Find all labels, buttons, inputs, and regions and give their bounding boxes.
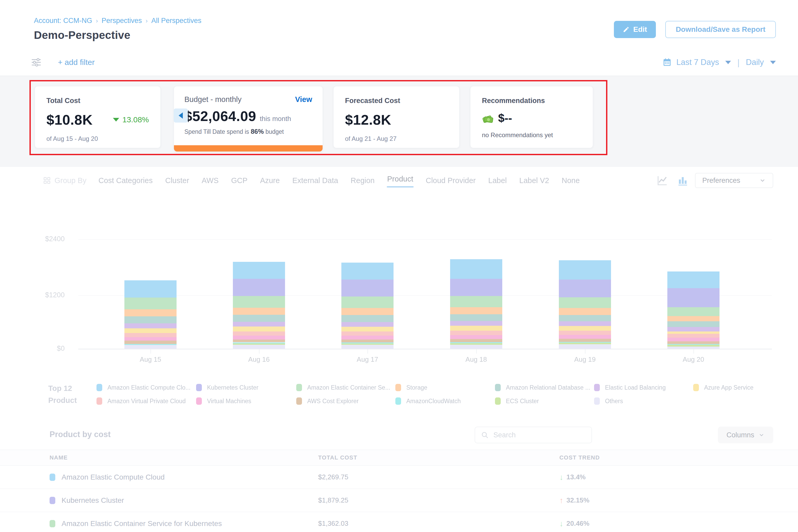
bar-segment[interactable] bbox=[125, 341, 176, 344]
bar-segment[interactable] bbox=[233, 296, 285, 307]
bar-segment[interactable] bbox=[125, 298, 176, 309]
bar-segment[interactable] bbox=[233, 340, 285, 342]
bar-segment[interactable] bbox=[341, 308, 394, 315]
bar-segment[interactable] bbox=[341, 297, 394, 308]
legend-item[interactable]: Amazon Virtual Private Cloud bbox=[96, 397, 186, 405]
bar-segment[interactable] bbox=[559, 339, 611, 342]
bar-segment[interactable] bbox=[667, 338, 720, 341]
legend-item[interactable]: Amazon Elastic Compute Clo... bbox=[96, 384, 190, 391]
column-header-total-cost[interactable]: TOTAL COST bbox=[318, 454, 559, 461]
search-input[interactable] bbox=[493, 431, 586, 439]
bar-segment[interactable] bbox=[125, 323, 176, 328]
bar-segment[interactable] bbox=[667, 307, 720, 316]
filter-sliders-icon[interactable] bbox=[31, 57, 42, 67]
bar-segment[interactable] bbox=[233, 326, 285, 331]
bar-segment[interactable] bbox=[559, 343, 611, 344]
legend-item[interactable]: ECS Cluster bbox=[495, 397, 539, 405]
legend-item[interactable]: Virtual Machines bbox=[196, 397, 251, 405]
bar-segment[interactable] bbox=[559, 344, 611, 349]
bar-segment[interactable] bbox=[341, 343, 394, 345]
bar-segment[interactable] bbox=[125, 345, 176, 349]
bar-segment[interactable] bbox=[667, 331, 720, 334]
bar-segment[interactable] bbox=[341, 263, 394, 280]
bar-segment[interactable] bbox=[450, 259, 502, 279]
bar-segment[interactable] bbox=[559, 321, 611, 326]
bar-segment[interactable] bbox=[667, 347, 720, 349]
bar-segment[interactable] bbox=[667, 341, 720, 344]
bar-segment[interactable] bbox=[125, 344, 176, 345]
legend-item[interactable]: Storage bbox=[395, 384, 428, 391]
bar-segment[interactable] bbox=[559, 335, 611, 339]
tab-none[interactable]: None bbox=[561, 174, 580, 188]
bar-segment[interactable] bbox=[233, 308, 285, 315]
bar-segment[interactable] bbox=[667, 288, 720, 307]
tab-product[interactable]: Product bbox=[387, 172, 414, 186]
bar-segment[interactable] bbox=[341, 340, 394, 342]
tab-label[interactable]: Label bbox=[488, 174, 507, 188]
bar-segment[interactable] bbox=[559, 326, 611, 331]
tab-aws[interactable]: AWS bbox=[201, 174, 219, 188]
bar-segment[interactable] bbox=[450, 343, 502, 345]
bar-segment[interactable] bbox=[341, 315, 394, 322]
legend-item[interactable]: Elastic Load Balancing bbox=[594, 384, 666, 391]
tab-cluster[interactable]: Cluster bbox=[165, 174, 190, 188]
granularity-dropdown[interactable]: Daily bbox=[746, 58, 764, 67]
bar-segment[interactable] bbox=[341, 342, 394, 343]
bar-segment[interactable] bbox=[341, 336, 394, 340]
tab-gcp[interactable]: GCP bbox=[230, 174, 248, 188]
bar-segment[interactable] bbox=[559, 260, 611, 280]
bar-segment[interactable] bbox=[233, 342, 285, 343]
bar-segment[interactable] bbox=[667, 345, 720, 347]
bar-segment[interactable] bbox=[450, 335, 502, 339]
bar-segment[interactable] bbox=[450, 321, 502, 326]
bar-segment[interactable] bbox=[450, 342, 502, 343]
legend-item[interactable]: Amazon Relational Database ... bbox=[495, 384, 590, 391]
edit-button[interactable]: Edit bbox=[614, 21, 656, 38]
bar-segment[interactable] bbox=[667, 271, 720, 288]
bar-segment[interactable] bbox=[450, 314, 502, 321]
bar-segment[interactable] bbox=[233, 345, 285, 349]
bar-segment[interactable] bbox=[125, 328, 176, 333]
bar-segment[interactable] bbox=[125, 333, 176, 337]
bar-segment[interactable] bbox=[667, 344, 720, 345]
columns-dropdown[interactable]: Columns bbox=[718, 426, 773, 443]
tab-external-data[interactable]: External Data bbox=[292, 174, 339, 188]
column-header-name[interactable]: NAME bbox=[50, 454, 318, 461]
bar-segment[interactable] bbox=[559, 342, 611, 343]
bar-segment[interactable] bbox=[667, 316, 720, 321]
tab-label-v2[interactable]: Label V2 bbox=[519, 174, 550, 188]
bar-segment[interactable] bbox=[559, 315, 611, 322]
bar-segment[interactable] bbox=[667, 321, 720, 327]
bar-segment[interactable] bbox=[341, 322, 394, 327]
bar-segment[interactable] bbox=[559, 280, 611, 297]
bar-segment[interactable] bbox=[450, 296, 502, 307]
bar-segment[interactable] bbox=[125, 316, 176, 323]
bar-segment[interactable] bbox=[450, 307, 502, 314]
bar-segment[interactable] bbox=[450, 345, 502, 349]
breadcrumb-account[interactable]: Account: CCM-NG bbox=[34, 17, 92, 25]
table-row[interactable]: Amazon Elastic Container Service for Kub… bbox=[0, 512, 798, 532]
column-header-cost-trend[interactable]: COST TREND bbox=[559, 454, 798, 461]
bar-segment[interactable] bbox=[233, 262, 285, 279]
bar-chart-icon[interactable] bbox=[677, 175, 688, 186]
bar-segment[interactable] bbox=[667, 327, 720, 331]
bar-segment[interactable] bbox=[233, 315, 285, 322]
bar-segment[interactable] bbox=[125, 337, 176, 341]
bar-segment[interactable] bbox=[125, 280, 176, 298]
legend-item[interactable]: Others bbox=[594, 397, 623, 405]
bar-segment[interactable] bbox=[559, 297, 611, 308]
bar-segment[interactable] bbox=[341, 280, 394, 297]
bar-segment[interactable] bbox=[450, 326, 502, 331]
table-row[interactable]: Amazon Elastic Compute Cloud$2,269.75↓13… bbox=[0, 466, 798, 489]
bar-segment[interactable] bbox=[341, 331, 394, 336]
date-range-dropdown[interactable]: Last 7 Days bbox=[677, 58, 719, 67]
legend-item[interactable]: Amazon Elastic Container Se... bbox=[296, 384, 390, 391]
bar-segment[interactable] bbox=[450, 331, 502, 335]
bar-segment[interactable] bbox=[450, 339, 502, 342]
bar-segment[interactable] bbox=[559, 331, 611, 335]
bar-segment[interactable] bbox=[125, 309, 176, 316]
bar-segment[interactable] bbox=[667, 334, 720, 338]
bar-segment[interactable] bbox=[341, 345, 394, 349]
bar-segment[interactable] bbox=[233, 331, 285, 336]
add-filter-button[interactable]: + add filter bbox=[58, 58, 95, 67]
